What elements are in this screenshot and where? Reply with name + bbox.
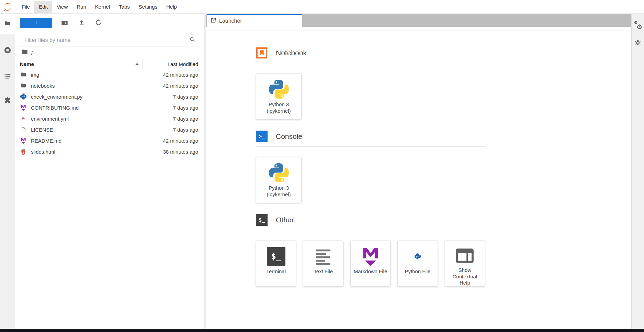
section-title: Other bbox=[276, 216, 294, 224]
menu-item-file[interactable]: File bbox=[17, 1, 34, 13]
card-label: Show Contextual Help bbox=[445, 267, 485, 286]
card-row: Python 3 (ipykernel) bbox=[256, 74, 485, 120]
jupyter-logo bbox=[3, 2, 12, 12]
menu-item-settings[interactable]: Settings bbox=[134, 1, 162, 13]
file-row[interactable]: img42 minutes ago bbox=[15, 69, 204, 80]
sort-ascending-icon bbox=[135, 63, 139, 65]
card-label: Python 3 (ipykernel) bbox=[264, 185, 293, 198]
folder-icon bbox=[20, 82, 27, 89]
file-icon bbox=[20, 126, 27, 133]
filter-box bbox=[20, 34, 199, 46]
menu-item-edit[interactable]: Edit bbox=[34, 1, 52, 13]
python-file-icon bbox=[415, 241, 421, 268]
file-modified: 7 days ago bbox=[173, 116, 198, 122]
launcher-card-python-3[interactable]: Python 3 (ipykernel) bbox=[256, 74, 302, 120]
activity-tab-debugger-icon[interactable] bbox=[634, 38, 642, 48]
activity-tab-running-kernels-icon[interactable] bbox=[0, 41, 15, 61]
card-label: Python 3 (ipykernel) bbox=[264, 101, 293, 114]
file-modified: 42 minutes ago bbox=[163, 138, 198, 144]
folder-icon bbox=[4, 20, 11, 28]
file-name: slides.html bbox=[31, 149, 163, 155]
refresh-button[interactable] bbox=[91, 18, 106, 28]
card-label: Python File bbox=[403, 268, 432, 275]
activity-tab-property-inspector-icon[interactable]: ⚙⚙ bbox=[633, 21, 642, 31]
menu-item-kernel[interactable]: Kernel bbox=[91, 1, 114, 13]
file-name: check_environment.py bbox=[31, 94, 173, 100]
markdown-file-icon bbox=[361, 241, 381, 268]
launcher-card-python-3[interactable]: Python 3 (ipykernel) bbox=[256, 157, 302, 203]
activity-tab-table-of-contents-icon[interactable] bbox=[0, 67, 15, 87]
extensions-icon bbox=[4, 97, 11, 106]
new-folder-button[interactable] bbox=[57, 18, 72, 28]
menu-item-help[interactable]: Help bbox=[162, 1, 181, 13]
html-icon: HTML5 bbox=[20, 148, 27, 155]
file-row[interactable]: CONTRIBUTING.md7 days ago bbox=[15, 102, 204, 113]
card-row: Python 3 (ipykernel) bbox=[256, 157, 485, 203]
file-name: img bbox=[31, 72, 163, 78]
table-of-contents-icon bbox=[4, 73, 11, 81]
activity-tab-folder-icon[interactable] bbox=[0, 14, 15, 34]
status-bar bbox=[0, 329, 644, 332]
filter-files-input[interactable] bbox=[24, 37, 189, 43]
text-file-icon bbox=[314, 241, 333, 268]
launcher-card-show-contextual-help[interactable]: Show Contextual Help bbox=[445, 241, 485, 287]
section-header: >_Console bbox=[256, 131, 485, 142]
file-modified: 7 days ago bbox=[173, 105, 198, 111]
breadcrumb-root: / bbox=[31, 50, 33, 56]
new-launcher-button[interactable]: + bbox=[20, 18, 52, 28]
file-browser-toolbar: + bbox=[15, 14, 204, 30]
file-modified: 7 days ago bbox=[173, 94, 198, 100]
file-row[interactable]: Y:environment.yml7 days ago bbox=[15, 113, 204, 124]
console-icon: >_ bbox=[256, 131, 268, 142]
card-label: Text File bbox=[312, 268, 335, 275]
section-title: Notebook bbox=[276, 49, 307, 57]
file-row[interactable]: check_environment.py7 days ago bbox=[15, 91, 204, 102]
file-row[interactable]: notebooks42 minutes ago bbox=[15, 80, 204, 91]
file-row[interactable]: LICENSE7 days ago bbox=[15, 124, 204, 135]
menu-item-run[interactable]: Run bbox=[72, 1, 91, 13]
menu-item-view[interactable]: View bbox=[52, 1, 72, 13]
file-name: README.md bbox=[31, 138, 163, 144]
toolbar-buttons bbox=[52, 18, 106, 28]
main-dock-panel: Launcher NotebookPython 3 (ipykernel)>_C… bbox=[206, 14, 631, 329]
listing-header: Name Last Modified bbox=[15, 59, 204, 69]
upload-button[interactable] bbox=[74, 18, 89, 28]
column-divider[interactable] bbox=[143, 59, 143, 69]
column-last-modified[interactable]: Last Modified bbox=[147, 61, 198, 67]
launcher-section-console: >_ConsolePython 3 (ipykernel) bbox=[256, 131, 485, 203]
notebook-icon bbox=[256, 47, 268, 59]
contextual-help-icon bbox=[454, 241, 475, 267]
launcher-card-terminal[interactable]: $_Terminal bbox=[256, 241, 296, 287]
card-label: Terminal bbox=[264, 268, 288, 275]
file-listing: img42 minutes agonotebooks42 minutes ago… bbox=[15, 69, 204, 157]
python-logo-icon bbox=[269, 74, 289, 101]
section-divider bbox=[256, 63, 485, 63]
property-inspector-icon: ⚙⚙ bbox=[633, 21, 642, 30]
section-header: Notebook bbox=[256, 47, 485, 59]
file-browser-panel: + / Name Last Modified im bbox=[15, 14, 204, 329]
section-divider bbox=[256, 146, 485, 147]
svg-text:5: 5 bbox=[22, 151, 24, 154]
file-modified: 42 minutes ago bbox=[163, 83, 198, 89]
file-row[interactable]: README.md42 minutes ago bbox=[15, 135, 204, 146]
left-activity-bar bbox=[0, 14, 15, 329]
launcher-card-text-file[interactable]: Text File bbox=[303, 241, 343, 287]
tab-launcher[interactable]: Launcher bbox=[207, 14, 302, 27]
svg-text:HTML: HTML bbox=[22, 148, 25, 150]
python-logo-icon bbox=[269, 157, 289, 185]
new-folder-icon bbox=[61, 19, 68, 27]
right-activity-bar: ⚙⚙ bbox=[631, 14, 644, 329]
terminal-icon: $_ bbox=[267, 241, 285, 268]
markdown-icon bbox=[20, 137, 27, 144]
file-row[interactable]: HTML5slides.html38 minutes ago bbox=[15, 146, 204, 157]
launcher-card-python-file[interactable]: Python File bbox=[397, 241, 438, 287]
card-row: $_TerminalText FileMarkdown FilePython F… bbox=[256, 241, 485, 287]
breadcrumb[interactable]: / bbox=[15, 46, 204, 59]
file-name: LICENSE bbox=[31, 127, 173, 133]
launcher-card-markdown-file[interactable]: Markdown File bbox=[350, 241, 391, 287]
menu-item-tabs[interactable]: Tabs bbox=[114, 1, 134, 13]
file-name: notebooks bbox=[31, 83, 163, 89]
python-file-icon bbox=[20, 93, 27, 100]
activity-tab-extensions-icon[interactable] bbox=[0, 91, 15, 111]
column-name[interactable]: Name bbox=[20, 61, 135, 67]
